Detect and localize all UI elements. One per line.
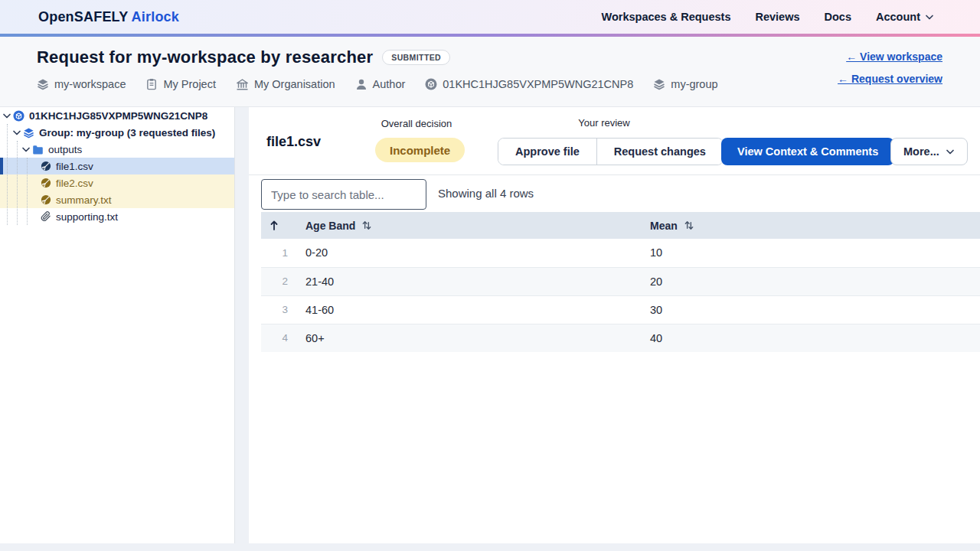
chevron-down-icon (946, 147, 955, 156)
meta-label: 01KHC1HJG85VXPMP5WNG21CNP8 (443, 78, 633, 90)
meta-label: My Organisation (254, 78, 335, 90)
meta-label: my-workspace (54, 78, 126, 90)
tree-item-label: supporting.txt (56, 211, 118, 223)
chevron-down-icon (925, 12, 934, 21)
meta-workspace: my-workspace (37, 78, 126, 90)
tree-item-group[interactable]: Group: my-group (3 requested files) (0, 124, 234, 141)
nav-item-label: Reviews (755, 11, 799, 23)
user-icon (355, 78, 368, 90)
tree-item-label: file1.csv (56, 161, 93, 172)
meta-organisation: My Organisation (236, 78, 335, 90)
data-table-container: Age Band Mean 1 0-20 1 (261, 212, 980, 352)
column-header-age-band[interactable]: Age Band (296, 212, 650, 239)
tree-item-summary[interactable]: summary.txt (0, 191, 234, 208)
column-header-label: Mean (650, 220, 678, 232)
cell-age-band: 21-40 (296, 267, 650, 295)
view-workspace-link[interactable]: ← View workspace (846, 51, 942, 63)
sort-icon[interactable] (684, 220, 694, 231)
row-number: 2 (261, 267, 296, 295)
page-header-left: Request for my-workspace by researcher S… (37, 47, 718, 106)
nav-item-label: Docs (825, 11, 851, 23)
meta-request-id: 01KHC1HJG85VXPMP5WNG21CNP8 (425, 78, 633, 90)
chevron-down-icon[interactable] (21, 145, 31, 154)
page-header: Request for my-workspace by researcher S… (0, 37, 980, 107)
overall-decision-label: Overall decision (375, 118, 458, 129)
decision-badge: Incomplete (375, 138, 465, 162)
cell-mean: 30 (650, 295, 980, 324)
cell-mean: 20 (650, 267, 980, 295)
your-review-label: Your review (498, 117, 710, 129)
row-number: 4 (261, 324, 296, 352)
column-header-label: Age Band (305, 220, 355, 232)
table-header-row: Age Band Mean (261, 212, 980, 239)
tree-item-label: file2.csv (56, 178, 93, 189)
table-row: 2 21-40 20 (261, 267, 980, 295)
page-title: Request for my-workspace by researcher (37, 47, 373, 67)
view-context-comments-button[interactable]: View Context & Comments (721, 138, 894, 165)
file-status-icon (41, 161, 51, 171)
chevron-down-icon[interactable] (12, 128, 21, 137)
nav-item-docs[interactable]: Docs (825, 11, 851, 23)
organisation-icon (236, 78, 249, 90)
cell-age-band: 41-60 (296, 295, 650, 324)
sort-ascending-icon (270, 220, 279, 231)
file-status-icon (41, 194, 51, 205)
tree-item-file1[interactable]: file1.csv (0, 158, 234, 174)
review-button-group: Approve file Request changes (498, 138, 724, 165)
approve-file-button[interactable]: Approve file (498, 139, 596, 165)
tree-item-label: Group: my-group (3 requested files) (39, 127, 215, 139)
brand-secondary: Airlock (132, 9, 179, 24)
folder-icon (32, 144, 44, 155)
nav-items: Workspaces & Requests Reviews Docs Accou… (602, 11, 934, 23)
meta-label: my-group (671, 78, 717, 90)
file-tree-sidebar: 01KHC1HJG85VXPMP5WNG21CNP8 Group: my-gro… (0, 107, 235, 543)
request-changes-button[interactable]: Request changes (596, 139, 723, 165)
row-number-header[interactable] (261, 212, 296, 239)
meta-label: Author (373, 78, 406, 90)
brand-logo[interactable]: OpenSAFELY Airlock (38, 9, 179, 25)
group-layers-icon (23, 127, 34, 139)
layers-icon (653, 78, 665, 90)
tree-item-request-id[interactable]: 01KHC1HJG85VXPMP5WNG21CNP8 (0, 107, 234, 124)
request-icon (13, 110, 24, 122)
nav-item-account[interactable]: Account (876, 11, 934, 23)
meta-group: my-group (653, 78, 717, 90)
tree-item-file2[interactable]: file2.csv (0, 174, 234, 191)
nav-item-workspaces-requests[interactable]: Workspaces & Requests (602, 11, 731, 23)
status-badge: SUBMITTED (382, 50, 450, 66)
file-status-icon (41, 178, 51, 188)
chevron-down-icon[interactable] (2, 111, 11, 120)
request-icon (425, 78, 437, 90)
more-button-label: More... (903, 145, 939, 158)
file-review-panel: file1.csv Overall decision Incomplete Yo… (249, 107, 980, 543)
tree-item-label: 01KHC1HJG85VXPMP5WNG21CNP8 (29, 110, 207, 122)
clipboard-icon (145, 78, 158, 90)
cell-age-band: 0-20 (296, 239, 650, 267)
nav-item-label: Account (876, 11, 920, 23)
tree-item-outputs-folder[interactable]: outputs (0, 141, 234, 158)
table-row: 1 0-20 10 (261, 239, 980, 267)
request-overview-link[interactable]: ← Request overview (838, 73, 942, 85)
meta-label: My Project (163, 78, 216, 90)
column-header-mean[interactable]: Mean (650, 212, 980, 239)
tree-item-supporting[interactable]: supporting.txt (0, 208, 234, 225)
nav-item-reviews[interactable]: Reviews (755, 11, 799, 23)
layers-icon (37, 78, 49, 90)
paperclip-icon (41, 211, 51, 222)
page-header-links: ← View workspace ← Request overview (838, 47, 942, 106)
row-number: 3 (261, 295, 296, 324)
more-button[interactable]: More... (890, 138, 968, 165)
file-title: file1.csv (266, 134, 321, 150)
meta-project: My Project (145, 78, 216, 90)
brand-primary: OpenSAFELY (38, 9, 128, 24)
data-table: Age Band Mean 1 0-20 1 (261, 212, 980, 352)
rows-summary: Showing all 4 rows (438, 187, 534, 200)
tree-item-label: summary.txt (56, 194, 112, 206)
meta-author: Author (355, 78, 406, 90)
search-input[interactable] (261, 179, 426, 210)
file-tree: 01KHC1HJG85VXPMP5WNG21CNP8 Group: my-gro… (0, 107, 234, 225)
table-toolbar: Showing all 4 rows (249, 175, 980, 212)
sort-icon[interactable] (361, 220, 372, 231)
table-row: 3 41-60 30 (261, 295, 980, 324)
top-nav: OpenSAFELY Airlock Workspaces & Requests… (0, 0, 980, 37)
